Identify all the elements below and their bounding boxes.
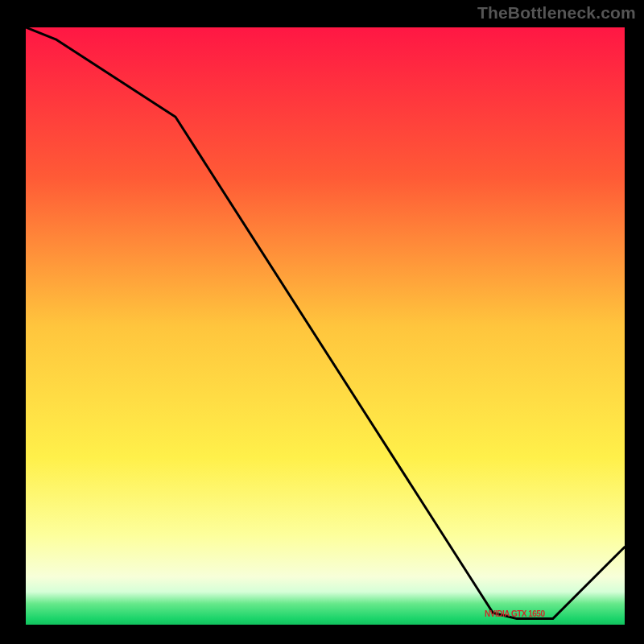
chart-background bbox=[26, 27, 625, 625]
attribution-label: TheBottleneck.com bbox=[477, 3, 636, 23]
gpu-annotation-label: NVIDIA GTX 1650 bbox=[485, 609, 544, 618]
plot-area: NVIDIA GTX 1650 bbox=[23, 24, 628, 628]
bottleneck-chart bbox=[26, 27, 625, 625]
chart-frame: TheBottleneck.com NVIDIA GTX 1650 bbox=[0, 0, 644, 644]
